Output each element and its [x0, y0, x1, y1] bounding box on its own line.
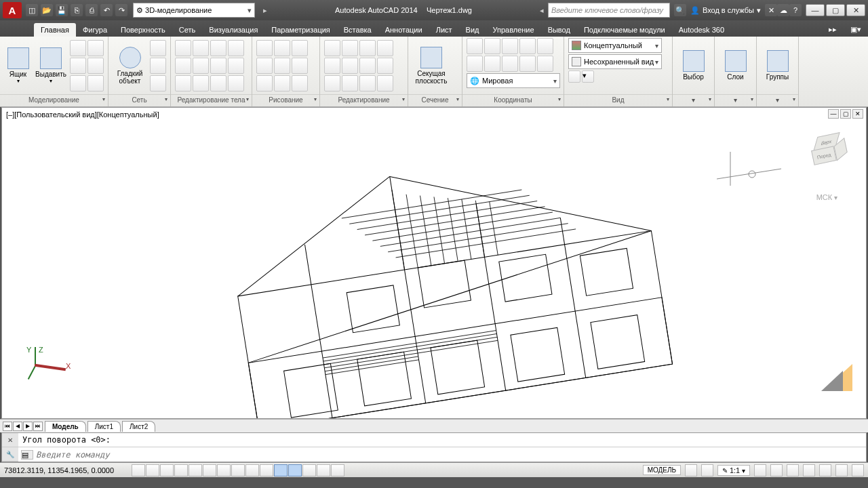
panel-coords-title[interactable]: Координаты	[462, 94, 564, 106]
qat-redo-icon[interactable]: ↷	[115, 4, 127, 16]
view-sw1-icon[interactable]	[568, 70, 580, 83]
tab-view[interactable]: Вид	[459, 23, 486, 37]
panel-modeling-title[interactable]: Моделирование	[0, 94, 108, 106]
cmd-options-icon[interactable]: 🔧	[2, 447, 18, 462]
qat-undo-icon[interactable]: ↶	[100, 4, 113, 16]
maximize-button[interactable]: ▢	[826, 4, 845, 16]
sb-infer-icon[interactable]	[132, 464, 145, 476]
mesh-less-icon[interactable]	[150, 58, 166, 74]
tab-solid[interactable]: Фигура	[76, 23, 114, 37]
line-icon[interactable]	[256, 40, 273, 56]
panel-draw-title[interactable]: Рисование	[252, 94, 319, 106]
rotate-icon[interactable]	[342, 40, 358, 56]
panel-modify-title[interactable]: Редактирование	[320, 94, 408, 106]
sb-hardware-icon[interactable]	[819, 464, 831, 476]
erase-icon[interactable]	[324, 75, 340, 92]
tabnav-next-icon[interactable]: ▶	[23, 422, 33, 431]
qat-saveas-icon[interactable]: ⎘	[71, 4, 83, 16]
presspull-icon[interactable]	[70, 58, 86, 74]
help-icon[interactable]: ?	[789, 4, 802, 16]
sb-sc-icon[interactable]	[317, 464, 330, 476]
sb-annoscale-dropdown[interactable]: ✎ 1:1 ▾	[717, 465, 750, 476]
mesh-refine-icon[interactable]	[150, 75, 166, 92]
tab-model[interactable]: Модель	[45, 421, 86, 432]
tab-layout1[interactable]: Лист1	[87, 421, 121, 432]
sb-polar-icon[interactable]	[189, 464, 202, 476]
tab-parametric[interactable]: Параметризация	[264, 23, 336, 37]
close-button[interactable]: ✕	[846, 4, 865, 16]
qat-open-icon[interactable]: 📂	[41, 4, 53, 16]
union-icon[interactable]	[175, 40, 191, 56]
tab-plugins[interactable]: Подключаемые модули	[577, 23, 672, 37]
tab-layout2[interactable]: Лист2	[122, 421, 155, 432]
polysolid-icon[interactable]	[70, 40, 86, 56]
exchange-icon[interactable]: ✕	[765, 4, 777, 16]
sb-ws-icon[interactable]	[787, 464, 799, 476]
infocenter-search[interactable]: Введите ключевое слово/фразу	[548, 3, 670, 18]
qat-new-icon[interactable]: ◫	[26, 4, 38, 16]
panel-section-title[interactable]: Сечение	[408, 94, 462, 106]
point-icon[interactable]	[292, 75, 308, 92]
tab-a360[interactable]: Autodesk 360	[672, 23, 731, 37]
stayconnected-icon[interactable]: ☁	[777, 4, 789, 16]
search-icon[interactable]: 🔍	[674, 4, 686, 16]
selection-button[interactable]: Выбор	[677, 39, 710, 92]
solidedit-dd3-icon[interactable]	[228, 75, 244, 92]
panel-mesh-title[interactable]: Сеть	[108, 94, 170, 106]
ucs-origin-icon[interactable]	[467, 56, 483, 72]
mesh-more-icon[interactable]	[150, 40, 166, 56]
extrude-button[interactable]: Выдавить▾	[35, 39, 67, 92]
app-menu-button[interactable]: A	[3, 2, 22, 18]
tab-home[interactable]: Главная	[34, 23, 76, 37]
sb-dyn-icon[interactable]	[260, 464, 273, 476]
ucs-named-dropdown[interactable]: 🌐Мировая	[467, 73, 560, 88]
sb-clean-icon[interactable]	[852, 464, 864, 476]
fillet-icon[interactable]	[359, 58, 376, 74]
sb-osnap-icon[interactable]	[203, 464, 216, 476]
tab-scroll-icon[interactable]: ▸▸	[822, 22, 844, 37]
cmd-close-icon[interactable]: ✕	[2, 433, 18, 447]
sb-isolate-icon[interactable]	[835, 464, 848, 476]
ucs-iso-icon[interactable]	[519, 38, 536, 54]
polyline-icon[interactable]	[274, 40, 290, 56]
spline-icon[interactable]	[274, 75, 290, 92]
command-input[interactable]	[36, 450, 866, 460]
visual-style-dropdown[interactable]: Концептуальный	[568, 38, 662, 53]
ucs-front-icon[interactable]	[484, 38, 500, 54]
tab-mesh[interactable]: Сеть	[172, 23, 202, 37]
sb-model-button[interactable]: МОДЕЛЬ	[643, 465, 681, 475]
sb-grid-icon[interactable]	[160, 464, 174, 476]
saved-view-dropdown[interactable]: Несохраненный вид	[568, 54, 662, 69]
ucs-top-icon[interactable]	[467, 38, 483, 54]
scale-icon[interactable]	[377, 40, 393, 56]
ribbon-minimize-icon[interactable]: ▣▾	[844, 22, 868, 37]
ucs-more-icon[interactable]	[537, 38, 553, 54]
tabnav-last-icon[interactable]: ⏭	[33, 422, 43, 431]
view-sw2-icon[interactable]: ▾	[582, 70, 594, 83]
signin-button[interactable]: 👤 Вход в службы ▾	[690, 6, 761, 15]
copy-icon[interactable]	[324, 58, 340, 74]
ucs-view-icon[interactable]	[537, 56, 553, 72]
sb-snap-icon[interactable]	[146, 464, 159, 476]
tab-layout[interactable]: Лист	[429, 23, 459, 37]
chamfer-edge-icon[interactable]	[210, 75, 226, 92]
sb-quicklayout-icon[interactable]	[701, 464, 713, 476]
sb-qp-icon[interactable]	[302, 464, 316, 476]
rectangle-icon[interactable]	[274, 58, 290, 74]
panel-solidedit-title[interactable]: Редактирование тела	[171, 94, 252, 106]
workspace-dropdown[interactable]: ⚙ 3D-моделирование	[133, 3, 255, 18]
tab-render[interactable]: Визуализация	[202, 23, 264, 37]
polygon-icon[interactable]	[256, 75, 273, 92]
sb-ortho-icon[interactable]	[174, 464, 188, 476]
ucs-left-icon[interactable]	[502, 38, 518, 54]
qat-save-icon[interactable]: 💾	[56, 4, 68, 16]
qat-plot-icon[interactable]: ⎙	[85, 4, 98, 16]
ellipse-icon[interactable]	[292, 58, 308, 74]
taper-face-icon[interactable]	[210, 58, 226, 74]
revolve-icon[interactable]	[87, 40, 104, 56]
section-plane-button[interactable]: Секущая плоскость	[412, 39, 450, 92]
sb-ducs-icon[interactable]	[245, 464, 259, 476]
sweep-icon[interactable]	[87, 58, 104, 74]
shell-icon[interactable]	[175, 75, 191, 92]
solidedit-dd2-icon[interactable]	[228, 58, 244, 74]
